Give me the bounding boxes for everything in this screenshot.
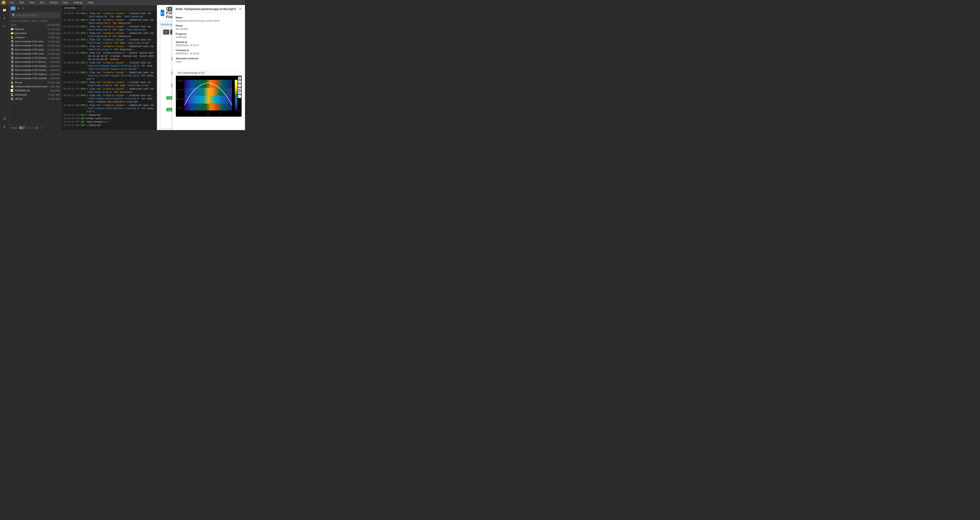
svg-text:Task/Other: Task/Other: [168, 98, 172, 99]
menu-settings[interactable]: Settings: [73, 1, 84, 4]
file-item[interactable]: 📓 demo-example-4-06-create-tasks.ipy... …: [9, 52, 61, 56]
log-level: INFO: [81, 87, 86, 94]
terminal-tabs: qruise@ip- ✕ +: [61, 5, 157, 11]
log-level: INFO: [81, 32, 86, 38]
log-message: | Flow run 'aromatic-taipan' - Submitted…: [87, 87, 155, 94]
menu-view[interactable]: View: [29, 1, 36, 4]
file-toolbar: + ⬆ ↻: [9, 5, 61, 12]
app-logo: [2, 1, 5, 4]
log-line: 10:48:21.201INFO| Flow run 'aromatic-tai…: [63, 32, 155, 38]
search-box: 🔍: [11, 13, 60, 18]
zoom-in-icon[interactable]: +: [238, 80, 241, 84]
terminal-tab-close[interactable]: ✕: [78, 6, 80, 9]
settings-gear[interactable]: ⚙: [168, 7, 172, 11]
sidebar-icon-upload[interactable]: ⬆: [2, 15, 8, 21]
sidebar-icon-extensions[interactable]: ⊞: [2, 116, 8, 122]
detail-notebook-link[interactable]: Open: [176, 60, 242, 63]
header-name: Name: [11, 24, 46, 26]
terminal-tab[interactable]: qruise@ip- ✕: [62, 5, 81, 10]
file-item[interactable]: 🐍 flow.py 11 days ago: [9, 80, 61, 84]
log-message: 'demo-example-4', ': [86, 120, 111, 124]
menu-tabs[interactable]: Tabs: [62, 1, 69, 4]
log-timestamp: 10:48:21.246: [63, 45, 80, 51]
footer-terminal-icon: ⊙: [40, 127, 41, 129]
menu-help[interactable]: Help: [87, 1, 94, 4]
file-type-icon: 📓: [11, 40, 14, 43]
sidebar-icon-files[interactable]: 📁: [2, 7, 8, 13]
file-item[interactable]: 📓 demo-example-4-50-correlated-read... y…: [9, 76, 61, 80]
download-icon[interactable]: ⬇: [238, 91, 241, 94]
file-name: flow.py: [15, 81, 47, 84]
search-input[interactable]: [16, 14, 58, 17]
footer-count-icon: ☰: [29, 127, 31, 129]
file-item[interactable]: 📁 generators 11 days ago: [9, 31, 61, 35]
node-panel-header: Node: Task/pulsed-spectroscopy-vs-flux+Q…: [172, 5, 245, 13]
file-item[interactable]: 📓 demo-example-4-17-time-t1.ipynb yester…: [9, 60, 61, 64]
more-icon[interactable]: ⋯: [238, 95, 241, 98]
file-item[interactable]: 📋 notebook-dependencies.yaml 4 days ago: [9, 84, 61, 89]
file-item[interactable]: 🐍 utils.py 11 days ago: [9, 97, 61, 101]
sidebar-icon-refresh[interactable]: ↻: [2, 23, 8, 30]
log-timestamp: 10:48:21.289: [63, 94, 80, 104]
file-item[interactable]: 📓 demo-example-4-02-bootstrap-kb.ip... 1…: [9, 43, 61, 48]
bc-workflows[interactable]: Workflows: [161, 23, 173, 26]
log-line: 10:48:21.273INFO| Flow run 'aromatic-tai…: [63, 87, 155, 94]
upload-button[interactable]: ⬆: [16, 6, 20, 11]
svg-text:0: 0: [208, 111, 209, 113]
file-list: 📁 datasets 11 days ago 📁 generators 11 d…: [9, 27, 61, 125]
heatmap-chart: 3.950e+9 3.900e+9 3.850e+9 3.800e+9 freq…: [176, 76, 242, 117]
log-level: INFO: [81, 94, 86, 104]
log-line: 10:48:21.184INFO| Flow run 'aromatic-tai…: [63, 12, 155, 18]
file-date: 11 days ago: [48, 48, 60, 51]
file-name: demo-example-4-26-readout-discrim...: [15, 65, 49, 67]
file-item[interactable]: 📓 demo-example-4-33-ramsey-ef.ipynb yest…: [9, 68, 61, 72]
file-name: generators: [15, 32, 47, 35]
detail-notebook: Attached notebook Open: [176, 57, 242, 63]
log-timestamp: 10:48:21.440: [63, 117, 80, 120]
file-item[interactable]: 📁 datasets 11 days ago: [9, 27, 61, 31]
file-item[interactable]: 🐍 config.py 5 days ago: [9, 35, 61, 39]
new-file-button[interactable]: +: [11, 6, 16, 11]
menu-edit[interactable]: Edit: [19, 1, 25, 4]
log-line: 10:48:21.421INFt-ramsey+Q3': [63, 114, 155, 117]
log-timestamp: 10:48:21.201: [63, 32, 80, 38]
log-message: t-ramsey+Q1': [86, 124, 102, 127]
detail-started-value: 28/05/2024, 10:15:07: [176, 44, 242, 47]
search-icon: 🔍: [12, 14, 16, 17]
canvas-zoom-in[interactable]: +: [163, 30, 169, 35]
simple-toggle[interactable]: [19, 126, 25, 129]
file-date: 11 days ago: [48, 28, 60, 30]
log-level: INF: [81, 120, 84, 124]
detail-notebook-label: Attached notebook: [176, 57, 242, 60]
log-message: | Flow run 'aromatic-taipan' - Created t…: [87, 94, 155, 104]
colorbar-palette-icon[interactable]: 🎨: [238, 77, 241, 80]
file-type-icon: 📓: [11, 77, 14, 80]
file-item[interactable]: 📝 README.md yesterday: [9, 89, 61, 92]
new-tab-button[interactable]: +: [81, 5, 86, 11]
detail-name: Name Task/pulsed-spectroscopy-vs-flux+Q3…: [176, 16, 242, 22]
menu-kernel[interactable]: Kernel: [49, 1, 59, 4]
svg-rect-157: [185, 96, 232, 104]
menu-file[interactable]: File: [9, 1, 15, 4]
terminal-tab-title: qruise@ip-: [64, 6, 76, 9]
menu-run[interactable]: Run: [39, 1, 46, 4]
file-name: demo-example-4-40-t2star-qpt-rams...: [15, 73, 49, 76]
file-item[interactable]: 🐍 schema.py 11 days ago: [9, 92, 61, 97]
file-item[interactable]: 📓 demo-example-4-01-schema.ipynb 11 days…: [9, 39, 61, 43]
sidebar-icon-settings[interactable]: ⚙: [2, 124, 8, 130]
app-layout: 📁 ⬆ ↻ ⊞ ⚙ + ⬆ ↻ 🔍 / demo / example_4_bas…: [0, 5, 245, 130]
file-item[interactable]: 📓 demo-example-4-05-update-kb.ipynb 11 d…: [9, 48, 61, 52]
terminal-panel: qruise@ip- ✕ + 10:48:21.184INFO| Flow ru…: [61, 5, 157, 130]
file-item[interactable]: 📓 demo-example-4-26-readout-discrim... y…: [9, 64, 61, 68]
zoom-out-icon[interactable]: −: [238, 84, 241, 87]
file-name: demo-example-4-14-ramsey.ipynb: [15, 56, 49, 59]
file-item[interactable]: 📓 demo-example-4-40-t2star-qpt-rams... y…: [9, 72, 61, 76]
node-panel-close[interactable]: ✕: [239, 7, 242, 11]
file-date: yesterday: [50, 89, 60, 92]
refresh-button[interactable]: ↻: [21, 6, 25, 11]
detail-phase-label: Phase: [176, 24, 242, 27]
log-message: | Flow run 'aromatic-taipan' - Created t…: [87, 62, 155, 71]
axes-icon[interactable]: ⊕: [238, 87, 241, 91]
file-name: README.md: [15, 89, 49, 92]
file-item[interactable]: 📓 demo-example-4-14-ramsey.ipynb yesterd…: [9, 56, 61, 60]
